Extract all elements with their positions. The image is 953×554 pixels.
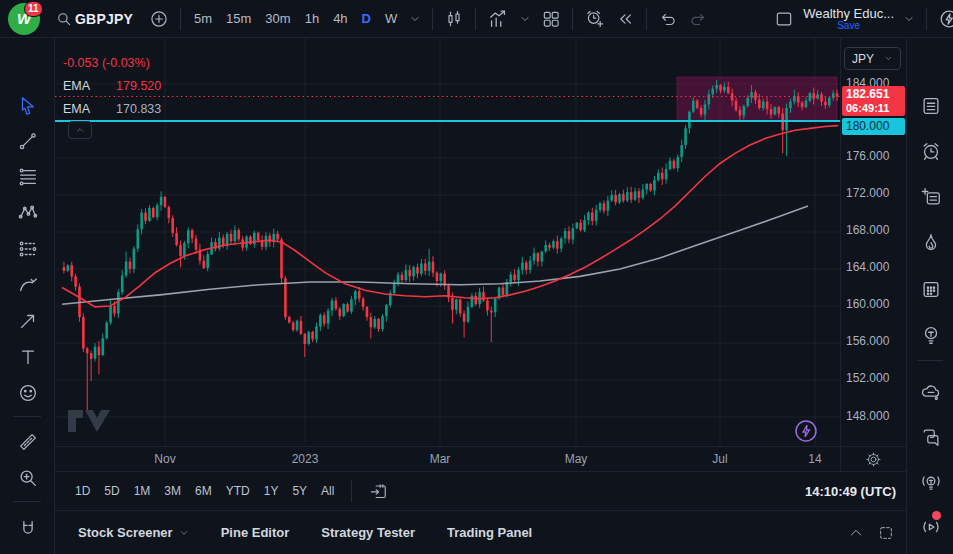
- layout-menu-button[interactable]: [898, 4, 920, 34]
- range-1d[interactable]: 1D: [68, 480, 97, 502]
- tab-strategy-tester[interactable]: Strategy Tester: [311, 519, 425, 546]
- range-ytd[interactable]: YTD: [219, 480, 257, 502]
- compare-add-button[interactable]: [144, 4, 174, 34]
- toolbar-separator: [475, 8, 476, 30]
- toolbar-separator: [432, 8, 433, 30]
- chevron-down-icon: [903, 13, 915, 25]
- bar-replay-button[interactable]: [610, 4, 640, 34]
- candles-icon: [444, 9, 464, 29]
- layout-name: Wealthy Educ...: [803, 7, 894, 20]
- indicators-button[interactable]: [482, 4, 514, 34]
- tab-label: Stock Screener: [78, 525, 173, 540]
- indicators-menu-button[interactable]: [514, 4, 536, 34]
- emoji-tool[interactable]: [15, 380, 41, 406]
- search-icon: [55, 10, 73, 28]
- arrow-tool[interactable]: [15, 308, 41, 334]
- top-toolbar: W 11 GBPJPY 5m 15m 30m 1h 4h D W: [0, 0, 953, 38]
- range-6m[interactable]: 6M: [188, 480, 219, 502]
- text-icon: [17, 346, 39, 368]
- expand-panel-icon[interactable]: [848, 525, 864, 541]
- forecast-icon: [17, 238, 39, 260]
- ema-slow-row[interactable]: EMA 170.833: [63, 97, 161, 120]
- minds-button[interactable]: [918, 379, 944, 405]
- ideas-stream-button[interactable]: [918, 469, 944, 495]
- app-logo[interactable]: W 11: [0, 0, 50, 38]
- bar-countdown: 06:49:11: [846, 101, 901, 115]
- level-price-badge: 180.000: [842, 118, 905, 135]
- tf-1d[interactable]: D: [355, 5, 378, 33]
- range-all[interactable]: All: [314, 480, 341, 502]
- tf-5m[interactable]: 5m: [187, 5, 219, 33]
- candlestick-chart[interactable]: [55, 38, 840, 446]
- flame-icon: [920, 232, 942, 254]
- tab-stock-screener[interactable]: Stock Screener: [68, 519, 199, 546]
- chart-style-button[interactable]: [439, 4, 469, 34]
- hotlists-button[interactable]: [918, 230, 944, 256]
- layout-grid-button[interactable]: [536, 4, 566, 34]
- timeframe-menu-button[interactable]: [404, 4, 426, 34]
- cursor-tool[interactable]: [15, 93, 41, 119]
- time-label: 14: [808, 452, 821, 466]
- brush-tool[interactable]: [15, 272, 41, 298]
- forecast-tool[interactable]: [15, 236, 41, 262]
- save-layout-button[interactable]: [769, 4, 799, 34]
- tf-15m[interactable]: 15m: [219, 5, 258, 33]
- alerts-button[interactable]: [918, 138, 944, 164]
- time-axis[interactable]: Nov 2023 Mar May Jul 14: [55, 446, 906, 471]
- zoom-in-tool[interactable]: [15, 465, 41, 491]
- range-1m[interactable]: 1M: [127, 480, 158, 502]
- chevron-down-icon: [519, 13, 531, 25]
- save-link[interactable]: Save: [803, 21, 894, 31]
- range-3m[interactable]: 3M: [157, 480, 188, 502]
- watchlist-button[interactable]: [918, 93, 944, 119]
- fib-retracement-tool[interactable]: [15, 164, 41, 190]
- undo-button[interactable]: [653, 4, 683, 34]
- symbol-change: -0.053 (-0.03%): [63, 56, 150, 70]
- time-label: Nov: [154, 452, 175, 466]
- range-5y[interactable]: 5Y: [285, 480, 314, 502]
- toolbar-separator: [572, 8, 573, 30]
- price-label: 156.000: [846, 334, 889, 348]
- maximize-icon[interactable]: [878, 525, 894, 541]
- symbol-change-row[interactable]: -0.053 (-0.03%): [63, 51, 161, 74]
- ema-fast-value: 179.520: [116, 79, 161, 93]
- tab-trading-panel[interactable]: Trading Panel: [437, 519, 542, 546]
- redo-icon: [688, 9, 708, 29]
- emoji-icon: [17, 382, 39, 404]
- toolbar-separator: [926, 8, 927, 30]
- currency-label: JPY: [852, 52, 874, 66]
- range-5d[interactable]: 5D: [97, 480, 126, 502]
- chart-settings-button[interactable]: [865, 451, 882, 468]
- chart-pane[interactable]: [55, 38, 840, 446]
- trend-line-tool[interactable]: [15, 128, 41, 154]
- zoom-in-icon: [17, 467, 39, 489]
- symbol-name: GBPJPY: [75, 11, 133, 27]
- tf-30m[interactable]: 30m: [258, 5, 297, 33]
- text-tool[interactable]: [15, 344, 41, 370]
- magnet-tool[interactable]: [15, 516, 41, 542]
- legend-collapse-button[interactable]: [68, 121, 92, 139]
- ideas-button[interactable]: [918, 322, 944, 348]
- go-to-date-button[interactable]: [362, 478, 395, 505]
- chats-button[interactable]: [918, 424, 944, 450]
- replay-icon: [615, 9, 635, 29]
- currency-dropdown[interactable]: JPY: [844, 47, 901, 70]
- range-1y[interactable]: 1Y: [257, 480, 286, 502]
- tf-1w[interactable]: W: [378, 5, 404, 33]
- notes-button[interactable]: [918, 184, 944, 210]
- create-alert-button[interactable]: [579, 4, 610, 34]
- price-axis[interactable]: JPY 184.000 182.651 06:49:11 180.000 176…: [840, 38, 906, 471]
- tf-1h[interactable]: 1h: [298, 5, 326, 33]
- redo-button[interactable]: [683, 4, 713, 34]
- measure-tool[interactable]: [15, 429, 41, 455]
- calendar-button[interactable]: [918, 276, 944, 302]
- ema-fast-row[interactable]: EMA 179.520: [63, 74, 161, 97]
- symbol-search-button[interactable]: GBPJPY: [50, 4, 144, 34]
- xabcd-pattern-tool[interactable]: [15, 200, 41, 226]
- layout-name-button[interactable]: Wealthy Educ... Save: [799, 7, 898, 31]
- quick-search-button[interactable]: [933, 4, 953, 34]
- tf-4h[interactable]: 4h: [326, 5, 354, 33]
- streams-button[interactable]: [918, 514, 944, 540]
- tab-pine-editor[interactable]: Pine Editor: [211, 519, 300, 546]
- clock[interactable]: 14:10:49 (UTC): [805, 484, 896, 499]
